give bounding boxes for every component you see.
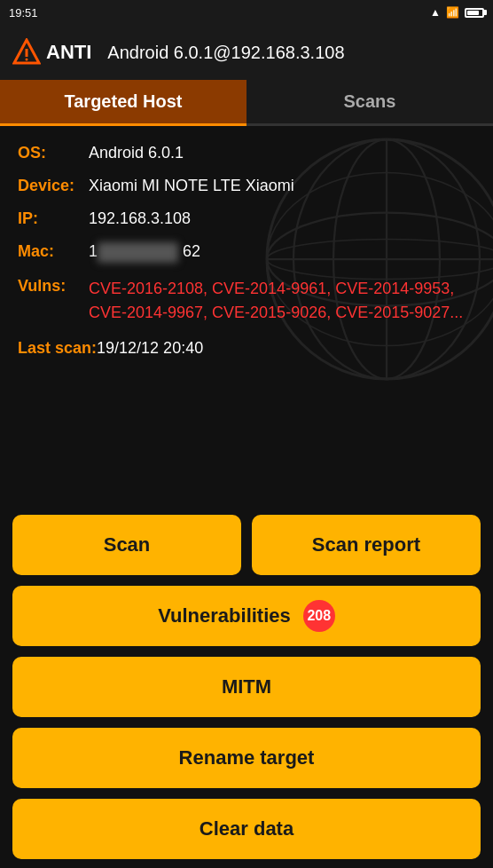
app-subtitle: Android 6.0.1@192.168.3.108 [107,43,344,63]
status-bar: 19:51 ▲ 📶 [0,0,493,25]
mitm-button[interactable]: MITM [12,657,481,717]
scan-buttons-row: Scan Scan report [12,515,481,575]
mac-value: 1:xx:xx:xx:x 62 [89,242,200,263]
vulns-row: Vulns: CVE-2016-2108, CVE-2014-9961, CVE… [18,277,475,325]
vulnerabilities-button[interactable]: Vulnerabilities 208 [12,586,481,646]
vulns-label: Vulns: [18,277,89,296]
mac-blurred: :xx:xx:xx:x [98,242,178,263]
content-area: OS: Android 6.0.1 Device: Xiaomi MI NOTE… [0,126,493,381]
tab-targeted-host[interactable]: Targeted Host [0,80,246,126]
device-label: Device: [18,177,89,195]
app-logo: ANTI [12,38,91,67]
battery-icon [465,8,484,18]
vuln-count-badge: 208 [303,600,335,632]
svg-point-2 [26,59,28,61]
os-row: OS: Android 6.0.1 [18,144,475,162]
vulns-value: CVE-2016-2108, CVE-2014-9961, CVE-2014-9… [89,277,475,325]
os-value: Android 6.0.1 [89,144,184,162]
tab-scans[interactable]: Scans [246,80,493,126]
signal-icon: ▲ [430,6,441,19]
app-name-label: ANTI [46,41,91,64]
logo-icon [12,38,41,67]
buttons-section: Scan Scan report Vulnerabilities 208 MIT… [0,506,493,868]
ip-value: 192.168.3.108 [89,209,191,228]
app-header: ANTI Android 6.0.1@192.168.3.108 [0,25,493,80]
last-scan-label: Last scan: [18,339,97,358]
device-row: Device: Xiaomi MI NOTE LTE Xiaomi [18,177,475,195]
os-label: OS: [18,144,89,162]
rename-target-button[interactable]: Rename target [12,728,481,788]
mac-label: Mac: [18,242,89,261]
mac-row: Mac: 1:xx:xx:xx:x 62 [18,242,475,263]
last-scan-row: Last scan: 19/12/12 20:40 [18,339,475,358]
ip-label: IP: [18,209,89,228]
clear-data-button[interactable]: Clear data [12,799,481,859]
tab-bar: Targeted Host Scans [0,80,493,126]
status-icons: ▲ 📶 [430,6,484,19]
ip-row: IP: 192.168.3.108 [18,209,475,228]
scan-report-button[interactable]: Scan report [252,515,481,575]
status-time: 19:51 [9,6,38,20]
last-scan-value: 19/12/12 20:40 [97,339,203,358]
device-value: Xiaomi MI NOTE LTE Xiaomi [89,177,294,195]
scan-button[interactable]: Scan [12,515,241,575]
wifi-icon: 📶 [446,6,459,19]
